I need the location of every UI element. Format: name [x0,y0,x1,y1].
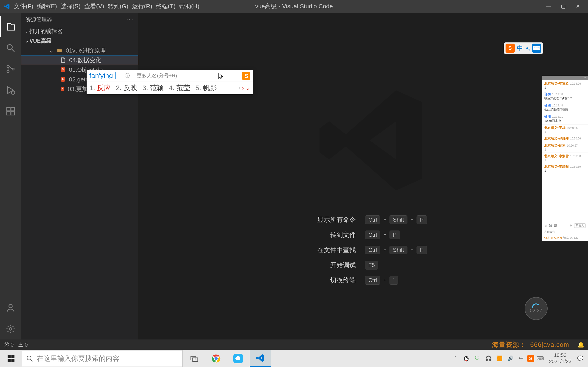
chat-timestamp: 10:50:58 [570,155,581,158]
menu-view[interactable]: 查看(V) [84,2,104,10]
svg-point-1 [7,65,9,67]
status-errors[interactable]: ⓧ 0 [4,341,14,348]
taskbar-clock[interactable]: 10:53 2021/1/23 [546,352,574,365]
menu-help[interactable]: 帮助(H) [179,2,199,10]
project-label: VUE高级 [29,37,52,44]
minimize-button[interactable]: — [544,2,553,11]
lang-tray-icon[interactable]: 中 [516,353,527,364]
chat-message: 北京顺义~李润雪10:50:581 [542,153,588,163]
ime-candidate[interactable]: 2. 反映 [116,83,137,93]
sogou-tray-icon[interactable]: S [527,355,534,362]
emoji-icon[interactable]: ☺ [544,224,547,227]
svg-point-0 [7,44,12,50]
activity-scm[interactable] [0,58,21,80]
close-button[interactable]: ✕ [573,2,582,11]
headset-tray-icon[interactable]: 🎧 [483,353,493,364]
activity-extensions[interactable] [0,101,21,122]
chat-username: 北京顺义~苟富乙 [544,82,569,85]
file-rename-input[interactable]: 04.数据变化 [69,56,101,64]
activity-search[interactable] [0,37,21,58]
vscode-app-icon[interactable] [250,350,271,367]
ime-candidate[interactable]: 1. 反应 [89,83,111,93]
tray-expand-icon[interactable]: ˄ [450,353,460,364]
ime-expand-icon[interactable]: ⌄ [245,84,250,92]
qq-tray-icon[interactable] [461,353,471,364]
chat-username: 北京顺义~李润雪 [544,154,569,158]
shield-tray-icon[interactable]: 🛡 [472,353,482,364]
chat-text: data尽量保持精简 [544,108,586,112]
svg-point-3 [12,68,14,70]
svg-rect-14 [8,355,11,358]
activity-settings[interactable] [0,318,21,340]
image-icon[interactable]: 🖼 [554,224,557,227]
taskbar-search-input[interactable] [37,355,178,362]
task-view-icon[interactable] [183,350,205,367]
sogou-logo-icon: S [242,72,250,80]
ime-candidate[interactable]: 4. 范莹 [169,83,190,93]
cloud-app-icon[interactable] [228,350,249,367]
start-button[interactable] [0,350,22,367]
open-editors-section[interactable]: › 打开的编辑器 [21,26,138,36]
explorer-title: 资源管理器 [26,16,52,23]
svg-rect-16 [8,359,11,362]
sogou-s-icon: S [506,44,515,53]
chat-timestamp: 10:50:57 [567,144,578,147]
menu-edit[interactable]: 编辑(E) [37,2,57,10]
chat-timestamp: 10:13:06 [570,82,581,85]
html-file-icon: 5 [60,76,66,83]
svg-rect-5 [7,108,10,111]
chat-message: 邵朋10:19:38响应式处理 耗时操作 [542,91,588,102]
chat-icon[interactable]: 💬 [549,224,552,227]
shortcut-label: 显示所有命令 [317,215,356,224]
notifications-tray-icon[interactable]: 💬 [575,353,585,364]
svg-rect-19 [191,356,196,360]
menu-goto[interactable]: 转到(G) [108,2,128,10]
html-file-icon: 5 [60,86,65,92]
wifi-tray-icon[interactable]: 📶 [494,353,504,364]
bell-icon[interactable]: 🔔 [578,342,584,348]
sogou-indicator[interactable]: S 中 •, ⌨ [504,42,543,54]
tree-file-editing[interactable]: 04.数据变化 [21,55,138,65]
activity-debug[interactable] [0,80,21,101]
explorer-sidebar: 资源管理器 ··· › 打开的编辑器 ⌄ VUE高级 ⌄ 01vue进阶原理 [21,13,138,340]
ime-next-icon[interactable]: › [242,84,244,92]
chat-timestamp: 10:50:59 [570,165,581,168]
status-warnings[interactable]: ⚠ 0 [18,342,27,348]
tree-folder[interactable]: ⌄ 01vue进阶原理 [21,46,138,55]
windows-taskbar: ˄ 🛡 🎧 📶 🔊 中 S ⌨ 10:53 2021/1/23 💬 [0,350,588,367]
taskbar-apps [183,350,271,367]
chat-username: 北京顺义~王杨 [544,126,565,130]
svg-rect-15 [11,355,15,358]
chat-header[interactable]: ≡ [542,76,588,80]
menu-file[interactable]: 文件(F) [14,2,33,10]
chat-recipient-select[interactable]: 所有人 [574,223,586,228]
maximize-button[interactable]: ▢ [559,2,568,11]
volume-tray-icon[interactable]: 🔊 [505,353,515,364]
ime-prev-icon[interactable]: ‹ [239,84,241,92]
taskbar-search[interactable] [22,350,183,367]
chrome-app-icon[interactable] [206,350,227,367]
activity-explorer[interactable] [0,16,21,37]
menu-run[interactable]: 运行(R) [132,2,152,10]
ime-candidate[interactable]: 5. 帆影 [195,83,216,93]
file-icon [60,57,66,63]
project-section[interactable]: ⌄ VUE高级 [21,36,138,46]
activity-account[interactable] [0,297,21,318]
menu-select[interactable]: 选择(S) [61,2,81,10]
window-title: vue高级 - Visual Studio Code [255,2,333,10]
keyboard-tray-icon[interactable]: ⌨ [535,353,545,364]
watermark-text: 海量资源： [492,340,527,349]
open-editors-label: 打开的编辑器 [29,27,62,35]
editor-area: 显示所有命令 Ctrl+Shift+P 转到文件 Ctrl+P 在文件中查找 C… [138,13,588,340]
explorer-more-icon[interactable]: ··· [126,16,134,23]
recording-timer[interactable]: 02:37 [525,297,548,320]
titlebar: 文件(F) 编辑(E) 选择(S) 查看(V) 转到(G) 运行(R) 终端(T… [0,0,588,13]
chat-text: 1 [544,158,586,162]
chat-text: 1 [544,130,586,133]
menu-terminal[interactable]: 终端(T) [156,2,175,10]
chat-message: 北京顺义~纪权10:50:571 [542,142,588,153]
chat-placeholder[interactable]: 在此发言 [542,229,588,235]
ime-candidate[interactable]: 3. 范颖 [142,83,164,93]
svg-rect-6 [7,112,10,115]
chat-messages[interactable]: 北京顺义~苟富乙10:13:061邵朋10:19:38响应式处理 耗时操作邵朋1… [542,80,588,222]
